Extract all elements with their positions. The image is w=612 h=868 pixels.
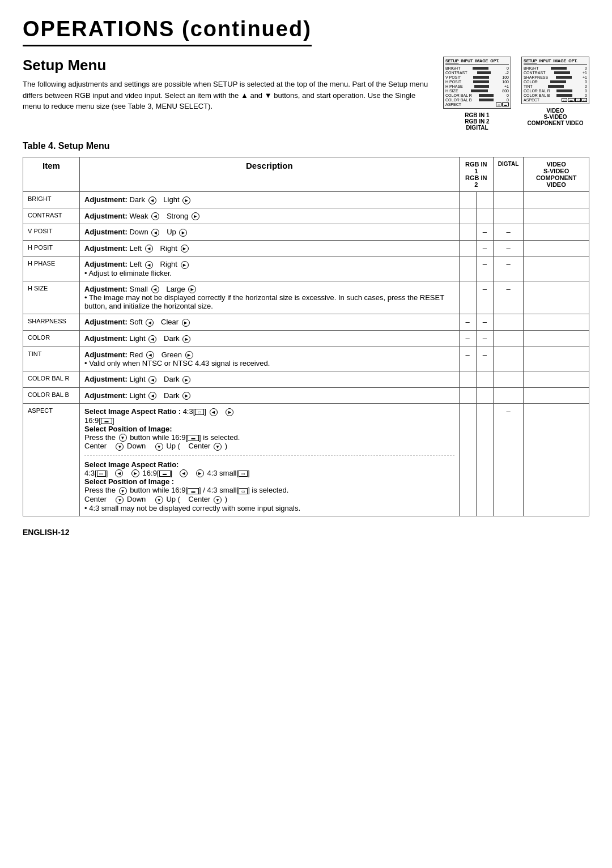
item-sharpness: SHARPNESS — [23, 314, 80, 331]
rgb1-colorbalr — [459, 371, 476, 388]
table-row: H SIZE Adjustment: Small ◄ Large ► • The… — [23, 281, 589, 314]
rgb1-vposit — [459, 224, 476, 241]
svideo-hsize — [524, 281, 589, 314]
col-header-desc: Description — [80, 157, 460, 192]
col-header-digital: DIGTAL — [493, 157, 523, 192]
desc-tint: Adjustment: Red ◄ Green ► • Valid only w… — [80, 347, 460, 371]
table-row: SHARPNESS Adjustment: Soft ◄ Clear ► – – — [23, 314, 589, 331]
video-aspect: – — [493, 404, 523, 516]
item-color: COLOR — [23, 330, 80, 347]
rgb1-bright — [459, 192, 476, 208]
digital-aspect — [476, 404, 493, 516]
video-hposit: – — [493, 240, 523, 256]
digital-sharpness: – — [476, 314, 493, 331]
rgb-label: RGB IN 1 RGB IN 2 DIGITAL — [465, 112, 489, 131]
video-sharpness — [493, 314, 523, 331]
table-row: H POSIT Adjustment: Left ◄ Right ► – – — [23, 240, 589, 256]
svideo-contrast — [524, 208, 589, 224]
video-vposit: – — [493, 224, 523, 241]
rgb1-hposit — [459, 240, 476, 256]
table-row: CONTRAST Adjustment: Weak ◄ Strong ► — [23, 208, 589, 224]
mini-menus-area: SETUP INPUT IMAGE OPT. BRIGHT0 CONTRAST-… — [443, 57, 589, 131]
rgb1-hphase — [459, 256, 476, 281]
mini-menu-rgb: SETUP INPUT IMAGE OPT. BRIGHT0 CONTRAST-… — [443, 57, 511, 109]
table-row: ASPECT Select Image Aspect Ratio : 4:3[▭… — [23, 404, 589, 516]
table-row: TINT Adjustment: Red ◄ Green ► • Valid o… — [23, 347, 589, 371]
col-header-item: Item — [23, 157, 80, 192]
svideo-bright — [524, 192, 589, 208]
video-hphase: – — [493, 256, 523, 281]
item-hphase: H PHASE — [23, 256, 80, 281]
video-bright — [493, 192, 523, 208]
setup-menu-title: Setup Menu — [23, 57, 432, 74]
digital-color: – — [476, 330, 493, 347]
item-colorbalb: COLOR BAL B — [23, 387, 80, 404]
rgb1-aspect — [459, 404, 476, 516]
table-row: COLOR Adjustment: Light ◄ Dark ► – – — [23, 330, 589, 347]
svideo-tint — [524, 347, 589, 371]
desc-aspect: Select Image Aspect Ratio : 4:3[▭] ◄ ► 1… — [80, 404, 460, 516]
setup-body-text: The following adjustments and settings a… — [23, 79, 432, 112]
item-colorbalr: COLOR BAL R — [23, 371, 80, 388]
digital-bright — [476, 192, 493, 208]
desc-color: Adjustment: Light ◄ Dark ► — [80, 330, 460, 347]
rgb1-hsize — [459, 281, 476, 314]
table-row: H PHASE Adjustment: Left ◄ Right ► • Adj… — [23, 256, 589, 281]
page-title: OPERATIONS (continued) — [23, 17, 312, 46]
video-tint — [493, 347, 523, 371]
rgb1-contrast — [459, 208, 476, 224]
video-hsize: – — [493, 281, 523, 314]
table-row: COLOR BAL B Adjustment: Light ◄ Dark ► — [23, 387, 589, 404]
desc-vposit: Adjustment: Down ◄ Up ► — [80, 224, 460, 241]
svideo-colorbalr — [524, 371, 589, 388]
desc-sharpness: Adjustment: Soft ◄ Clear ► — [80, 314, 460, 331]
desc-colorbalb: Adjustment: Light ◄ Dark ► — [80, 387, 460, 404]
item-aspect: ASPECT — [23, 404, 80, 516]
svideo-color — [524, 330, 589, 347]
table-row: V POSIT Adjustment: Down ◄ Up ► – – — [23, 224, 589, 241]
item-bright: BRIGHT — [23, 192, 80, 208]
rgb1-sharpness: – — [459, 314, 476, 331]
desc-bright: Adjustment: Dark ◄ Light ► — [80, 192, 460, 208]
svideo-colorbalb — [524, 387, 589, 404]
digital-hphase: – — [476, 256, 493, 281]
table-row: COLOR BAL R Adjustment: Light ◄ Dark ► — [23, 371, 589, 388]
digital-colorbalb — [476, 387, 493, 404]
rgb1-color: – — [459, 330, 476, 347]
col-header-video: VIDEO S-VIDEO COMPONENT VIDEO — [524, 157, 589, 192]
table-heading: Table 4. Setup Menu — [23, 141, 589, 151]
video-label: VIDEO S-VIDEO COMPONENT VIDEO — [528, 108, 584, 126]
digital-colorbalr — [476, 371, 493, 388]
digital-hposit: – — [476, 240, 493, 256]
rgb1-colorbalb — [459, 387, 476, 404]
table-row: BRIGHT Adjustment: Dark ◄ Light ► — [23, 192, 589, 208]
item-hsize: H SIZE — [23, 281, 80, 314]
digital-tint: – — [476, 347, 493, 371]
digital-hsize: – — [476, 281, 493, 314]
desc-hphase: Adjustment: Left ◄ Right ► • Adjust to e… — [80, 256, 460, 281]
rgb1-tint: – — [459, 347, 476, 371]
video-colorbalb — [493, 387, 523, 404]
svideo-vposit — [524, 224, 589, 241]
video-contrast — [493, 208, 523, 224]
footer-lang: ENGLISH-12 — [23, 528, 589, 537]
item-tint: TINT — [23, 347, 80, 371]
col-header-rgb: RGB IN 1 RGB IN 2 — [459, 157, 493, 192]
item-contrast: CONTRAST — [23, 208, 80, 224]
video-colorbalr — [493, 371, 523, 388]
video-color — [493, 330, 523, 347]
digital-vposit: – — [476, 224, 493, 241]
svideo-hphase — [524, 256, 589, 281]
desc-hposit: Adjustment: Left ◄ Right ► — [80, 240, 460, 256]
digital-contrast — [476, 208, 493, 224]
item-vposit: V POSIT — [23, 224, 80, 241]
desc-contrast: Adjustment: Weak ◄ Strong ► — [80, 208, 460, 224]
svideo-aspect — [524, 404, 589, 516]
mini-menu-video: SETUP INPUT IMAGE OPT. BRIGHT0 CONTRAST+… — [521, 57, 589, 104]
item-hposit: H POSIT — [23, 240, 80, 256]
svideo-sharpness — [524, 314, 589, 331]
svideo-hposit — [524, 240, 589, 256]
desc-hsize: Adjustment: Small ◄ Large ► • The image … — [80, 281, 460, 314]
desc-colorbalr: Adjustment: Light ◄ Dark ► — [80, 371, 460, 388]
